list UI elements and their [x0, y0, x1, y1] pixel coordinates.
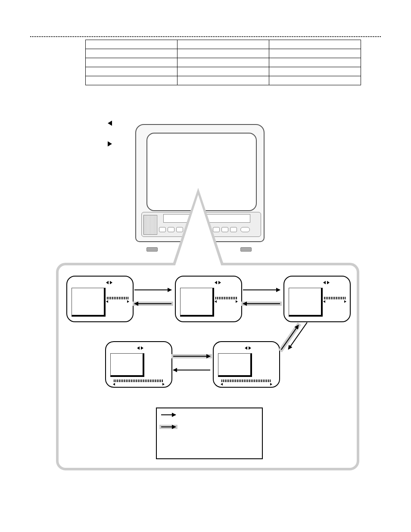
triangle-left-icon — [245, 346, 247, 350]
osd-preview-box — [180, 288, 214, 317]
legend-row-shaded — [161, 426, 258, 427]
osd-preview-box — [289, 288, 323, 317]
osd-tile-5 — [213, 341, 280, 388]
arrow-left-shaded-icon — [134, 303, 171, 304]
triangle-right-icon — [327, 281, 330, 284]
arrow-left-icon — [173, 370, 210, 370]
triangle-left-icon — [323, 281, 326, 284]
triangle-right-icon — [249, 346, 251, 350]
legend-row-plain — [161, 414, 258, 415]
spec-table — [85, 40, 361, 85]
triangle-right-icon — [110, 281, 112, 284]
arrow-legend-box — [156, 408, 263, 459]
triangle-left-icon — [215, 281, 217, 284]
triangle-right-icon — [108, 141, 112, 146]
level-slider — [114, 378, 164, 383]
table-row — [86, 76, 361, 85]
level-slider — [221, 378, 271, 383]
speaker-grille-icon — [143, 215, 157, 235]
arrow-left-shaded-icon — [243, 303, 280, 304]
arrow-right-icon — [243, 289, 280, 290]
table-row — [86, 49, 361, 58]
osd-tile-4 — [105, 341, 172, 388]
table-row — [86, 58, 361, 67]
triangle-left-icon — [108, 121, 112, 126]
arrow-right-icon — [134, 289, 171, 290]
divider-dots — [30, 36, 381, 37]
osd-preview-box — [218, 353, 252, 377]
tv-foot-right — [240, 247, 252, 252]
level-slider — [107, 296, 128, 301]
arrow-right-icon — [161, 414, 176, 415]
next-indicator — [108, 140, 112, 146]
osd-tile-3 — [283, 276, 351, 322]
osd-preview-box — [110, 353, 144, 377]
th-2 — [269, 40, 361, 49]
triangle-right-icon — [218, 281, 221, 284]
tv-foot-left — [146, 247, 158, 252]
table-header-row — [86, 40, 361, 49]
arrow-right-shaded-icon — [173, 356, 210, 357]
osd-tile-1 — [66, 276, 134, 322]
table-row — [86, 67, 361, 76]
triangle-right-icon — [141, 346, 143, 350]
th-0 — [86, 40, 177, 49]
triangle-left-icon — [137, 346, 140, 350]
osd-tile-2 — [175, 276, 242, 322]
level-slider — [324, 296, 346, 301]
th-1 — [177, 40, 269, 49]
level-slider — [215, 296, 237, 301]
arrow-right-shaded-icon — [161, 426, 176, 427]
prev-indicator — [108, 120, 112, 126]
callout-wedge — [175, 195, 221, 266]
osd-preview-box — [72, 288, 106, 317]
osd-flow-callout — [56, 263, 359, 470]
triangle-left-icon — [106, 281, 109, 284]
